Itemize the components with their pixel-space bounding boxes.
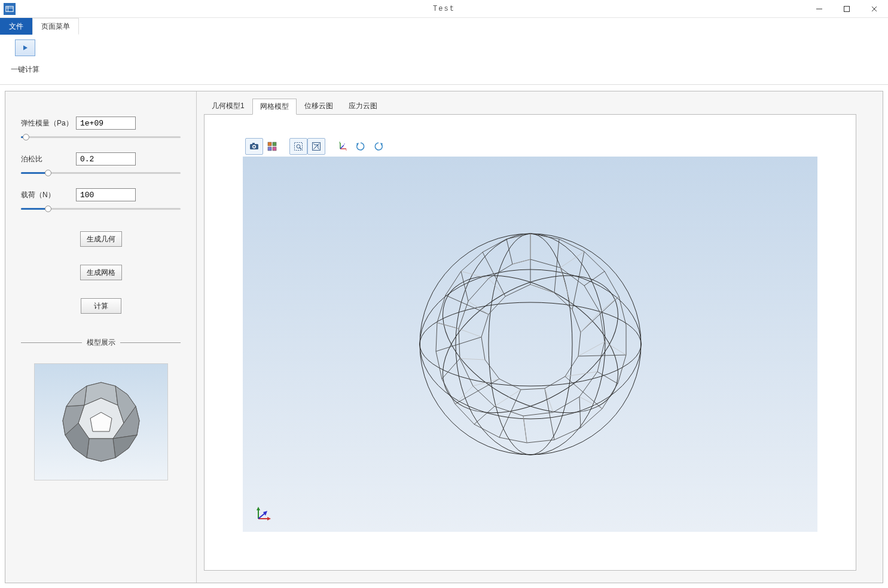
gen-geometry-button[interactable]: 生成几何: [80, 231, 122, 247]
svg-line-86: [489, 278, 505, 296]
axes-icon[interactable]: yxz: [334, 138, 352, 155]
svg-line-84: [459, 329, 481, 337]
svg-marker-10: [113, 435, 137, 458]
svg-line-67: [560, 252, 584, 268]
tab-displacement[interactable]: 位移云图: [297, 98, 341, 114]
canvas-container: yxz: [204, 114, 856, 571]
svg-text:x: x: [346, 148, 347, 151]
gen-mesh-button[interactable]: 生成网格: [80, 265, 122, 280]
tab-stress[interactable]: 应力云图: [341, 98, 385, 114]
load-label: 载荷（N）: [21, 190, 76, 200]
fit-view-icon[interactable]: [307, 138, 325, 155]
svg-line-82: [473, 379, 499, 386]
svg-line-75: [530, 284, 554, 293]
svg-rect-18: [252, 143, 255, 145]
svg-line-54: [445, 295, 489, 314]
svg-line-49: [565, 376, 602, 409]
svg-line-64: [461, 271, 468, 301]
svg-rect-21: [268, 147, 271, 151]
svg-marker-14: [66, 386, 87, 406]
rotate-cw-icon[interactable]: [352, 138, 370, 155]
svg-line-83: [460, 359, 485, 360]
svg-line-46: [572, 252, 584, 310]
titlebar: Test: [0, 0, 888, 18]
compute-button[interactable]: 计算: [81, 298, 121, 314]
zoom-box-icon[interactable]: [289, 138, 307, 155]
svg-marker-92: [267, 517, 271, 520]
side-panel: 弹性模量（Pa） 泊松比 载荷（N） 生成几何 生成网格: [5, 91, 197, 583]
svg-line-80: [545, 388, 553, 412]
svg-marker-93: [263, 511, 267, 516]
app-icon: [4, 3, 16, 15]
workarea: 弹性模量（Pa） 泊松比 载荷（N） 生成几何 生成网格: [5, 91, 883, 583]
poisson-input[interactable]: [76, 152, 136, 166]
svg-line-73: [437, 323, 459, 329]
svg-line-59: [579, 397, 581, 428]
svg-line-47: [581, 296, 619, 332]
svg-marker-91: [257, 507, 260, 510]
main-area: 几何模型1 网格模型 位移云图 应力云图: [197, 91, 883, 583]
close-button[interactable]: [860, 0, 888, 18]
svg-line-53: [436, 337, 481, 351]
ribbon: 一键计算: [0, 35, 888, 85]
svg-text:z: z: [344, 142, 345, 145]
minimize-button[interactable]: [805, 0, 833, 18]
svg-line-77: [581, 312, 600, 332]
svg-marker-11: [87, 439, 115, 461]
load-input[interactable]: [76, 188, 136, 201]
play-icon: [15, 39, 35, 56]
svg-point-37: [420, 270, 641, 419]
ribbon-compute-group[interactable]: 一键计算: [5, 38, 45, 75]
menu-tab-file[interactable]: 文件: [0, 18, 32, 35]
svg-rect-19: [268, 142, 271, 146]
canvas-toolbar: yxz: [243, 136, 817, 157]
rotate-ccw-icon[interactable]: [370, 138, 387, 155]
svg-line-69: [605, 342, 626, 355]
svg-line-25: [300, 148, 301, 149]
svg-rect-0: [6, 6, 13, 11]
svg-line-56: [554, 239, 559, 293]
svg-line-78: [578, 342, 605, 356]
svg-rect-22: [273, 147, 276, 151]
svg-line-85: [468, 301, 489, 314]
svg-text:y: y: [339, 141, 340, 143]
menubar: 文件 页面菜单: [0, 18, 888, 35]
svg-line-61: [474, 406, 495, 424]
view-tabs: 几何模型1 网格模型 位移云图 应力云图: [204, 100, 856, 114]
mesh-viewport[interactable]: [243, 157, 817, 532]
svg-line-68: [600, 296, 619, 312]
svg-line-51: [499, 390, 521, 437]
preview-title: 模型展示: [87, 338, 115, 348]
camera-icon[interactable]: [245, 138, 263, 155]
svg-rect-20: [273, 142, 276, 146]
svg-line-79: [565, 372, 597, 376]
svg-point-36: [420, 302, 641, 386]
axis-gizmo: [255, 506, 271, 522]
model-preview: [34, 363, 168, 480]
svg-line-87: [512, 259, 530, 264]
svg-marker-3: [23, 45, 28, 50]
window-title: Test: [433, 5, 455, 13]
tab-geometry[interactable]: 几何模型1: [204, 98, 252, 114]
elastic-label: 弹性模量（Pa）: [21, 118, 76, 128]
tab-mesh[interactable]: 网格模型: [252, 99, 297, 115]
svg-point-17: [253, 146, 255, 148]
svg-line-72: [455, 386, 473, 404]
svg-line-50: [545, 388, 554, 440]
svg-line-76: [560, 268, 572, 310]
maximize-button[interactable]: [833, 0, 860, 18]
elastic-slider[interactable]: [21, 133, 181, 142]
menu-tab-page[interactable]: 页面菜单: [32, 18, 79, 35]
svg-line-29: [340, 145, 344, 149]
svg-rect-2: [844, 6, 850, 11]
poisson-label: 泊松比: [21, 154, 76, 164]
ribbon-compute-label: 一键计算: [11, 65, 39, 75]
poisson-slider[interactable]: [21, 169, 181, 177]
svg-line-71: [523, 416, 527, 443]
svg-marker-42: [436, 234, 626, 443]
elastic-input[interactable]: [76, 117, 136, 130]
load-slider[interactable]: [21, 205, 181, 213]
multiview-icon[interactable]: [263, 138, 281, 155]
svg-marker-44: [481, 284, 581, 390]
